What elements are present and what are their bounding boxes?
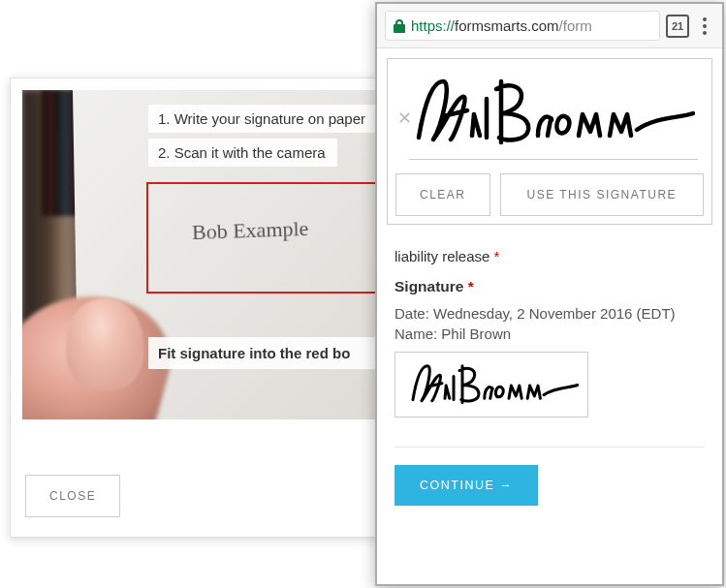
url-domain: formsmarts.com <box>455 17 559 34</box>
signature-preview-svg <box>404 358 579 412</box>
date-line: Date: Wednesday, 2 November 2016 (EDT) <box>395 305 705 322</box>
browser-menu-icon[interactable] <box>695 17 714 35</box>
signature-drawn <box>404 70 695 157</box>
signature-baseline <box>409 159 698 160</box>
prior-field-label: liability release * <box>395 248 705 264</box>
signature-preview <box>395 352 588 418</box>
name-label: Name: <box>395 325 437 342</box>
address-field[interactable]: https://formsmarts.com/form <box>385 11 660 41</box>
signature-section-label: Signature * <box>395 278 705 295</box>
instruction-step-1: 1. Write your signature on paper <box>148 105 395 133</box>
signature-capture-panel: ✕ CLEAR USE THIS SIGNATURE <box>387 58 712 225</box>
required-asterisk: * <box>468 278 474 294</box>
scanned-signature-text: Bob Example <box>192 216 309 245</box>
use-signature-button[interactable]: USE THIS SIGNATURE <box>500 173 704 216</box>
instruction-fit: Fit signature into the red bo <box>148 337 400 369</box>
thumb <box>66 298 143 390</box>
name-line: Name: Phil Brown <box>395 325 705 342</box>
close-icon[interactable]: ✕ <box>397 108 412 129</box>
form-body: liability release * Signature * Date: We… <box>377 234 722 513</box>
name-value: Phil Brown <box>441 325 511 342</box>
required-asterisk: * <box>494 248 500 264</box>
clear-button[interactable]: CLEAR <box>395 173 490 216</box>
browser-url-bar: https://formsmarts.com/form 21 <box>377 4 722 48</box>
signature-button-row: CLEAR USE THIS SIGNATURE <box>395 173 704 216</box>
url-path: /form <box>559 17 592 34</box>
continue-button[interactable]: CONTINUE → <box>395 465 538 506</box>
tab-count-button[interactable]: 21 <box>666 15 689 38</box>
date-label: Date: <box>395 305 429 322</box>
lock-icon <box>394 19 405 33</box>
divider <box>395 447 705 448</box>
instruction-step-2: 2. Scan it with the camera <box>148 139 337 167</box>
signature-canvas[interactable] <box>395 69 704 166</box>
close-button[interactable]: CLOSE <box>25 475 120 517</box>
url-protocol: https:// <box>411 17 455 34</box>
mobile-browser-window: https://formsmarts.com/form 21 ✕ CLEAR U… <box>375 2 724 586</box>
date-value: Wednesday, 2 November 2016 (EDT) <box>433 305 676 322</box>
